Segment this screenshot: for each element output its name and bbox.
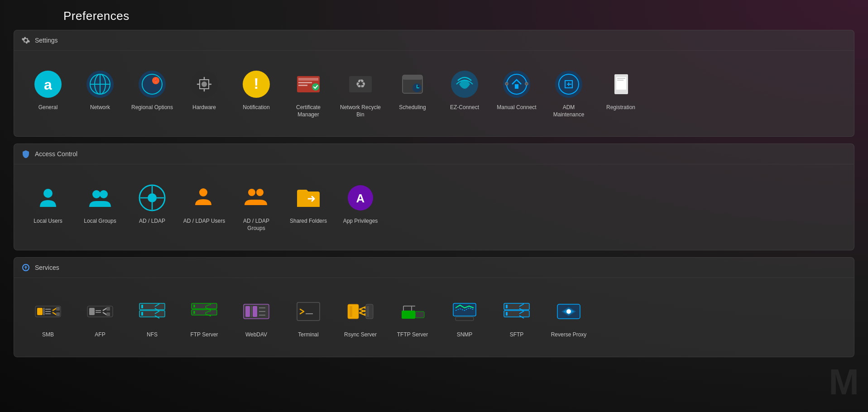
svg-rect-55	[106, 307, 110, 311]
item-nfs[interactable]: NFS	[127, 289, 177, 343]
network-label: Network	[90, 104, 110, 111]
item-general[interactable]: a General	[23, 62, 73, 123]
svg-point-37	[43, 189, 53, 198]
item-ftp-server[interactable]: FTP Server	[179, 289, 229, 343]
item-shared-folders[interactable]: Shared Folders	[283, 176, 333, 236]
webdav-icon	[241, 296, 272, 327]
svg-rect-57	[139, 303, 165, 310]
nfs-label: NFS	[147, 331, 158, 339]
nfs-icon	[137, 296, 168, 327]
ad-ldap-groups-icon	[241, 182, 272, 213]
item-regional-options[interactable]: 📍 Regional Options	[127, 62, 177, 123]
svg-rect-69	[297, 302, 320, 321]
general-label: General	[38, 104, 58, 111]
svg-rect-18	[298, 85, 307, 86]
ftp-server-label: FTP Server	[190, 331, 218, 339]
item-sftp[interactable]: SFTP	[492, 289, 542, 343]
app-privileges-label: App Privileges	[343, 218, 378, 225]
smb-label: SMB	[42, 331, 54, 339]
afp-icon	[85, 296, 115, 327]
svg-rect-49	[37, 308, 43, 315]
svg-point-43	[248, 189, 255, 196]
svg-rect-54	[89, 308, 95, 315]
svg-rect-50	[43, 308, 44, 315]
svg-rect-64	[193, 311, 195, 314]
ad-ldap-groups-label: AD / LDAP Groups	[235, 218, 278, 232]
item-webdav[interactable]: WebDAV	[231, 289, 281, 343]
item-ad-ldap-groups[interactable]: AD / LDAP Groups	[231, 176, 281, 236]
local-groups-label: Local Groups	[84, 218, 116, 225]
svg-point-39	[100, 190, 108, 198]
local-groups-icon	[85, 182, 115, 213]
item-reverse-proxy[interactable]: Reverse Proxy	[544, 289, 594, 343]
gear-icon	[21, 36, 30, 45]
notification-icon: !	[241, 69, 272, 100]
item-network-recycle-bin[interactable]: ♻ Network Recycle Bin	[336, 62, 385, 123]
svg-rect-72	[350, 306, 352, 317]
svg-rect-23	[403, 75, 422, 80]
item-snmp[interactable]: SNMP	[440, 289, 489, 343]
rsync-server-icon	[345, 296, 376, 327]
item-manual-connect[interactable]: Manual Connect	[492, 62, 542, 123]
item-hardware[interactable]: Hardware	[179, 62, 229, 123]
hardware-icon	[189, 69, 220, 100]
item-tftp-server[interactable]: TFTP Server	[388, 289, 437, 343]
item-ez-connect[interactable]: EZ-Connect	[440, 62, 489, 123]
svg-rect-36	[617, 80, 623, 81]
scheduling-icon	[397, 69, 428, 100]
svg-text:A: A	[356, 192, 365, 205]
item-terminal[interactable]: Terminal	[283, 289, 333, 343]
svg-rect-76	[415, 311, 424, 318]
certificate-manager-icon	[293, 69, 324, 100]
item-certificate-manager[interactable]: Certificate Manager	[283, 62, 333, 123]
shared-folders-label: Shared Folders	[290, 218, 327, 225]
svg-rect-35	[617, 78, 625, 79]
item-notification[interactable]: ! Notification	[231, 62, 281, 123]
tftp-server-label: TFTP Server	[397, 331, 428, 339]
item-ad-ldap-users[interactable]: AD / LDAP Users	[179, 176, 229, 236]
tftp-server-icon	[397, 296, 428, 327]
item-local-groups[interactable]: Local Groups	[75, 176, 125, 236]
section-settings: Settings a General Network 📍 Regional Op…	[14, 30, 854, 137]
adm-maintenance-label: ADM Maintenance	[547, 104, 590, 118]
svg-rect-80	[504, 311, 529, 317]
rsync-server-label: Rsync Server	[344, 331, 377, 339]
svg-rect-28	[515, 84, 518, 89]
item-afp[interactable]: AFP	[75, 289, 125, 343]
ez-connect-icon	[449, 69, 480, 100]
item-ad-ldap[interactable]: AD / LDAP	[127, 176, 177, 236]
item-registration[interactable]: Registration	[596, 62, 646, 123]
section-services: Services SMB AFP NFS	[14, 257, 854, 357]
section-title-settings: Settings	[35, 37, 58, 44]
svg-rect-17	[298, 82, 312, 83]
section-header-services: Services	[14, 258, 854, 278]
svg-rect-77	[453, 303, 476, 316]
items-grid-services: SMB AFP NFS FTP Server	[14, 285, 854, 348]
item-local-users[interactable]: Local Users	[23, 176, 73, 236]
svg-rect-66	[245, 306, 250, 317]
hardware-label: Hardware	[192, 104, 216, 111]
webdav-label: WebDAV	[245, 331, 267, 339]
shield-icon	[21, 149, 30, 158]
svg-point-84	[566, 309, 571, 314]
item-app-privileges[interactable]: A App Privileges	[336, 176, 385, 236]
smb-icon	[33, 296, 63, 327]
item-adm-maintenance[interactable]: ADM Maintenance	[544, 62, 594, 123]
item-smb[interactable]: SMB	[23, 289, 73, 343]
item-network[interactable]: Network	[75, 62, 125, 123]
svg-rect-16	[298, 78, 318, 81]
items-grid-settings: a General Network 📍 Regional Options Har…	[14, 57, 854, 127]
svg-rect-30	[525, 82, 528, 85]
svg-text:!: !	[254, 75, 259, 92]
item-scheduling[interactable]: Scheduling	[388, 62, 437, 123]
item-rsync-server[interactable]: Rsync Server	[336, 289, 385, 343]
network-icon	[85, 69, 115, 100]
network-recycle-bin-icon: ♻	[345, 69, 376, 100]
regional-options-icon: 📍	[137, 69, 168, 100]
ad-ldap-users-icon	[189, 182, 220, 213]
ad-ldap-label: AD / LDAP	[139, 218, 165, 225]
terminal-icon	[293, 296, 324, 327]
certificate-manager-label: Certificate Manager	[287, 104, 330, 118]
registration-label: Registration	[606, 104, 635, 111]
items-grid-access-control: Local Users Local Groups AD / LDAP AD / …	[14, 171, 854, 241]
